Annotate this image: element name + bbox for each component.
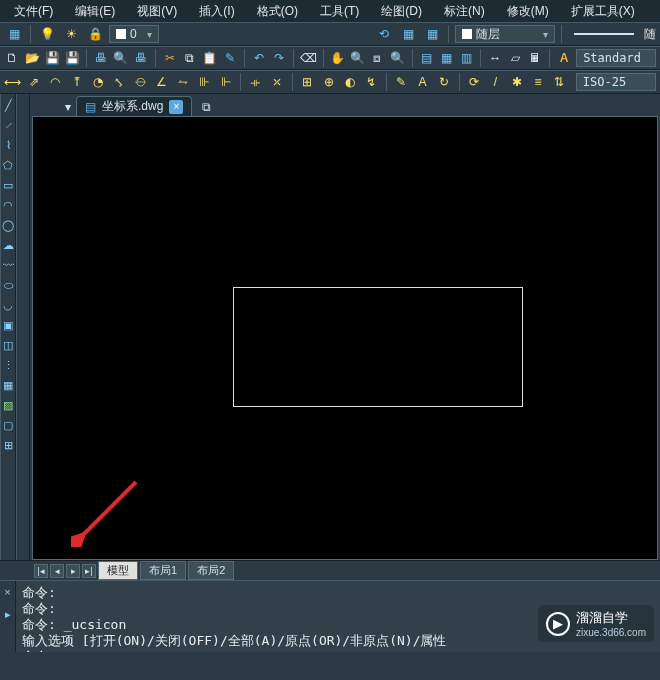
menu-edit[interactable]: 编辑(E) bbox=[65, 1, 125, 22]
menu-draw[interactable]: 绘图(D) bbox=[371, 1, 432, 22]
polyline-icon[interactable]: ⌇ bbox=[1, 138, 15, 152]
dim-tedit-icon[interactable]: A bbox=[414, 72, 431, 92]
dim-flip-icon[interactable]: ⇅ bbox=[551, 72, 568, 92]
layer-iso-icon[interactable]: ▦ bbox=[398, 24, 418, 44]
layer-dropdown[interactable]: 0 bbox=[109, 25, 159, 43]
text-style-dropdown[interactable]: Standard bbox=[576, 49, 656, 67]
lock-icon[interactable]: 🔒 bbox=[85, 24, 105, 44]
prop-icon[interactable]: ▤ bbox=[418, 48, 434, 68]
cmd-close-icon[interactable]: × bbox=[1, 585, 15, 599]
erase-icon[interactable]: ⌫ bbox=[300, 48, 317, 68]
polygon-icon[interactable]: ⬠ bbox=[1, 158, 15, 172]
zoom-prev-icon[interactable]: 🔍 bbox=[389, 48, 405, 68]
circle-icon[interactable]: ◯ bbox=[1, 218, 15, 232]
dist-icon[interactable]: ↔ bbox=[487, 48, 503, 68]
menu-insert[interactable]: 插入(I) bbox=[189, 1, 244, 22]
dim-diameter-icon[interactable]: ⦵ bbox=[132, 72, 149, 92]
make-block-icon[interactable]: ◫ bbox=[1, 338, 15, 352]
open-icon[interactable]: 📂 bbox=[24, 48, 40, 68]
redo-icon[interactable]: ↷ bbox=[271, 48, 287, 68]
gradient-icon[interactable]: ▨ bbox=[1, 398, 15, 412]
cut-icon[interactable]: ✂ bbox=[162, 48, 178, 68]
hatch-icon[interactable]: ▦ bbox=[1, 378, 15, 392]
dim-ordinate-icon[interactable]: ⤒ bbox=[68, 72, 85, 92]
inspect-icon[interactable]: ◐ bbox=[341, 72, 358, 92]
layer-match-icon[interactable]: ▦ bbox=[422, 24, 442, 44]
layer-manager-icon[interactable]: ▦ bbox=[4, 24, 24, 44]
region-icon[interactable]: ▢ bbox=[1, 418, 15, 432]
save-icon[interactable]: 💾 bbox=[44, 48, 60, 68]
zoom-window-icon[interactable]: ⧈ bbox=[369, 48, 385, 68]
zoom-realtime-icon[interactable]: 🔍 bbox=[349, 48, 365, 68]
xline-icon[interactable]: ⟋ bbox=[1, 118, 15, 132]
layout-tab-layout1[interactable]: 布局1 bbox=[140, 561, 186, 580]
layout-nav-last[interactable]: ▸| bbox=[82, 564, 96, 578]
file-tab[interactable]: ▤ 坐标系.dwg × bbox=[76, 96, 192, 116]
dim-aligned-icon[interactable]: ⇗ bbox=[25, 72, 42, 92]
tab-close-button[interactable]: × bbox=[169, 100, 183, 114]
area-icon[interactable]: ▱ bbox=[507, 48, 523, 68]
layout-nav-prev[interactable]: ◂ bbox=[50, 564, 64, 578]
publish-icon[interactable]: 🖶 bbox=[133, 48, 149, 68]
revcloud-icon[interactable]: ☁ bbox=[1, 238, 15, 252]
menu-format[interactable]: 格式(O) bbox=[247, 1, 308, 22]
match-icon[interactable]: ✎ bbox=[222, 48, 238, 68]
pan-icon[interactable]: ✋ bbox=[329, 48, 345, 68]
arc-icon[interactable]: ◠ bbox=[1, 198, 15, 212]
center-mark-icon[interactable]: ⊕ bbox=[320, 72, 337, 92]
spline-icon[interactable]: 〰 bbox=[1, 258, 15, 272]
dim-angular-icon[interactable]: ∠ bbox=[153, 72, 170, 92]
preview-icon[interactable]: 🔍 bbox=[113, 48, 129, 68]
dim-quick-icon[interactable]: ⥊ bbox=[174, 72, 191, 92]
undo-icon[interactable]: ↶ bbox=[251, 48, 267, 68]
design-center-icon[interactable]: ▦ bbox=[438, 48, 454, 68]
dim-override-icon[interactable]: ✱ bbox=[508, 72, 525, 92]
dim-jog-icon[interactable]: ⤣ bbox=[110, 72, 127, 92]
saveas-icon[interactable]: 💾 bbox=[64, 48, 80, 68]
ellipse-arc-icon[interactable]: ◡ bbox=[1, 298, 15, 312]
tab-start-arrow-icon[interactable]: ▾ bbox=[60, 98, 76, 116]
menu-view[interactable]: 视图(V) bbox=[127, 1, 187, 22]
plot-icon[interactable]: 🖶 bbox=[93, 48, 109, 68]
dim-space-icon[interactable]: ⟛ bbox=[247, 72, 264, 92]
menu-modify[interactable]: 修改(M) bbox=[497, 1, 559, 22]
add-tab-button[interactable]: ⧉ bbox=[196, 98, 216, 116]
dim-edit-icon[interactable]: ✎ bbox=[393, 72, 410, 92]
ellipse-icon[interactable]: ⬭ bbox=[1, 278, 15, 292]
layout-tab-layout2[interactable]: 布局2 bbox=[188, 561, 234, 580]
menu-file[interactable]: 文件(F) bbox=[4, 1, 63, 22]
menu-tools[interactable]: 工具(T) bbox=[310, 1, 369, 22]
menu-extend[interactable]: 扩展工具(X) bbox=[561, 1, 645, 22]
tool-palette-icon[interactable]: ▥ bbox=[458, 48, 474, 68]
drawing-canvas[interactable] bbox=[32, 116, 658, 560]
copy-icon[interactable]: ⧉ bbox=[182, 48, 198, 68]
color-dropdown[interactable]: 随层 bbox=[455, 25, 555, 43]
layout-tab-model[interactable]: 模型 bbox=[98, 561, 138, 580]
dim-radius-icon[interactable]: ◔ bbox=[89, 72, 106, 92]
dim-continue-icon[interactable]: ⊩ bbox=[217, 72, 234, 92]
table-icon[interactable]: ⊞ bbox=[1, 438, 15, 452]
dim-oblique-icon[interactable]: / bbox=[487, 72, 504, 92]
cmd-chevron-icon[interactable]: ▸ bbox=[1, 607, 15, 621]
dim-arc-icon[interactable]: ◠ bbox=[47, 72, 64, 92]
layout-nav-next[interactable]: ▸ bbox=[66, 564, 80, 578]
text-a-icon[interactable]: A bbox=[556, 48, 572, 68]
layout-nav-first[interactable]: |◂ bbox=[34, 564, 48, 578]
dim-linear-icon[interactable]: ⟷ bbox=[4, 72, 21, 92]
joglinear-icon[interactable]: ↯ bbox=[362, 72, 379, 92]
line-icon[interactable]: ╱ bbox=[1, 98, 15, 112]
sun-icon[interactable]: ☀ bbox=[61, 24, 81, 44]
dim-break-icon[interactable]: ⤫ bbox=[268, 72, 285, 92]
dim-style-icon[interactable]: ≡ bbox=[529, 72, 546, 92]
dim-reassoc-icon[interactable]: ⟳ bbox=[465, 72, 482, 92]
paste-icon[interactable]: 📋 bbox=[202, 48, 218, 68]
insert-block-icon[interactable]: ▣ bbox=[1, 318, 15, 332]
bulb-icon[interactable]: 💡 bbox=[37, 24, 57, 44]
point-icon[interactable]: ⋮ bbox=[1, 358, 15, 372]
menu-annotate[interactable]: 标注(N) bbox=[434, 1, 495, 22]
dim-update-icon[interactable]: ↻ bbox=[435, 72, 452, 92]
tolerance-icon[interactable]: ⊞ bbox=[299, 72, 316, 92]
dim-baseline-icon[interactable]: ⊪ bbox=[196, 72, 213, 92]
new-icon[interactable]: 🗋 bbox=[4, 48, 20, 68]
layer-prev-icon[interactable]: ⟲ bbox=[374, 24, 394, 44]
